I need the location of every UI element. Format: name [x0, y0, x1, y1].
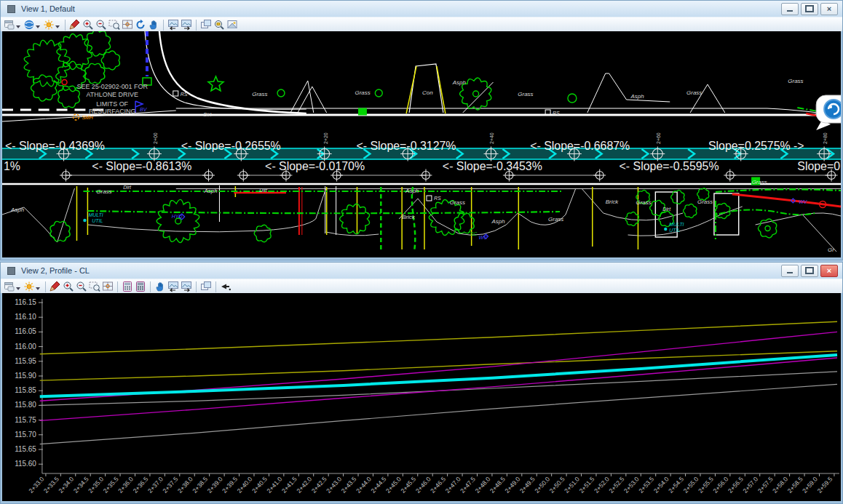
x-tick-label: 2+45.5 — [399, 475, 417, 494]
chevron-down-icon[interactable] — [36, 25, 40, 28]
plan-label: Asph — [405, 188, 419, 194]
slope-annotation: 1% — [4, 160, 20, 172]
fit-view-button[interactable] — [121, 19, 134, 31]
profile-grid-settings-button[interactable] — [134, 281, 147, 293]
view-next-button[interactable] — [180, 281, 193, 293]
pan-view-button[interactable] — [154, 281, 167, 293]
pan-icon — [148, 19, 159, 31]
view2-titlebar[interactable]: View 2, Profile - CL × — [1, 263, 842, 279]
plan-label: Grass — [548, 216, 563, 223]
profile-grid-display-button[interactable] — [121, 281, 134, 293]
x-tick-label: 2+48.0 — [473, 475, 491, 494]
x-tick-label: 2+50.0 — [533, 475, 551, 494]
chevron-down-icon[interactable] — [55, 25, 60, 28]
window-area-button[interactable] — [88, 281, 101, 293]
view-display-mode-button[interactable] — [3, 19, 23, 31]
slope-annotation: <- Slope=-0.3127% — [356, 140, 456, 152]
view1-title: View 1, Default — [21, 4, 781, 13]
update-view-button[interactable] — [49, 281, 62, 293]
toolbar-separator — [163, 20, 164, 31]
chevron-down-icon[interactable] — [16, 287, 20, 290]
window-icon — [4, 281, 15, 292]
x-tick-label: 2+48.5 — [488, 475, 507, 494]
zoom-out-icon — [76, 281, 87, 292]
globe-icon — [23, 19, 35, 31]
view-next-button[interactable] — [180, 19, 193, 31]
minimize-button[interactable] — [781, 3, 799, 15]
x-tick-label: 2+54.0 — [652, 475, 670, 494]
update-view-button[interactable] — [68, 19, 82, 31]
zoom-out-button[interactable] — [75, 281, 88, 293]
fit-view-icon — [122, 19, 133, 31]
tree-symbols — [24, 31, 826, 243]
y-tick-label: 116.15 — [15, 298, 36, 306]
rotate-icon — [135, 19, 146, 31]
maximize-button[interactable] — [801, 265, 818, 277]
profile-chart[interactable]: 116.15116.10116.05116.00115.95115.90115.… — [2, 293, 841, 501]
calculator-icon — [122, 281, 133, 292]
connect-advisor-icon[interactable] — [816, 95, 841, 130]
zoom-in-button[interactable] — [82, 19, 95, 31]
fit-view-icon — [102, 281, 114, 292]
plan-view-drawing[interactable]: SEE 25-02902-001 FORATHLONE DRIVELIMITS … — [2, 31, 841, 257]
view1-titlebar[interactable]: View 1, Default × — [1, 1, 842, 17]
plan-label: Grass — [686, 89, 702, 96]
recenter-pointer-button[interactable] — [219, 281, 232, 293]
cyan-utility-dots — [83, 219, 667, 231]
x-tick-label: 2+39.0 — [206, 475, 224, 494]
slope-annotation: <- Slope=-0.6687% — [530, 140, 630, 152]
view-previous-button[interactable] — [167, 19, 180, 31]
adjust-view-brightness-button[interactable] — [42, 19, 62, 31]
presentation-button[interactable] — [23, 19, 42, 31]
chevron-down-icon[interactable] — [36, 287, 40, 290]
fit-view-button[interactable] — [101, 281, 114, 293]
y-tick-label: 116.10 — [15, 313, 36, 321]
plan-label: SMH — [82, 115, 93, 120]
slope-annotation: <- Slope=-0.3453% — [443, 160, 542, 172]
copy-view-button[interactable] — [199, 281, 213, 293]
view2-title: View 2, Profile - CL — [21, 266, 781, 275]
close-button[interactable]: × — [820, 3, 838, 15]
rotate-view-button[interactable] — [134, 19, 147, 31]
chevron-down-icon[interactable] — [16, 25, 20, 28]
plan-label: Brick — [606, 199, 620, 205]
brush-icon — [69, 19, 81, 31]
window-area-icon — [89, 281, 100, 292]
x-tick-label: 2+58.0 — [771, 475, 789, 494]
close-button[interactable]: × — [820, 265, 838, 277]
view-display-mode-button[interactable] — [3, 281, 23, 293]
plan-label: MULTI — [88, 212, 103, 217]
copy-view-button[interactable] — [199, 19, 213, 31]
window-icon — [4, 19, 15, 31]
station-label: 2+80 — [823, 132, 828, 144]
zoom-in-button[interactable] — [62, 281, 75, 293]
x-tick-label: 2+57.5 — [756, 475, 775, 494]
x-tick-label: 2+59.5 — [815, 475, 834, 494]
window-area-button[interactable] — [108, 19, 121, 31]
window-icon — [7, 5, 15, 13]
pan-view-button[interactable] — [147, 19, 160, 31]
maximize-button[interactable] — [801, 3, 818, 15]
view-next-icon — [181, 281, 192, 292]
minimize-button[interactable] — [781, 265, 799, 277]
x-tick-label: 2+33.0 — [27, 475, 45, 494]
plan-label: Grass — [252, 91, 267, 97]
view-previous-button[interactable] — [167, 281, 180, 293]
toolbar-separator — [196, 281, 197, 292]
window-area-icon — [108, 19, 120, 31]
plan-label: SEE 25-02902-001 FOR — [76, 83, 148, 90]
plan-label: RESURFACING — [89, 108, 136, 115]
zoom-in-icon — [63, 281, 74, 292]
plan-label: Grass — [788, 78, 803, 84]
plan-label: RS — [181, 92, 188, 97]
plan-label: Asph — [491, 218, 506, 225]
clip-mask-button[interactable] — [226, 19, 239, 31]
adjust-view-brightness-button[interactable] — [23, 281, 42, 293]
clip-volume-button[interactable] — [213, 19, 226, 31]
terrain-break-lines — [2, 188, 841, 252]
zoom-out-button[interactable] — [95, 19, 108, 31]
x-tick-label: 2+47.0 — [444, 475, 462, 494]
plan-label: ATHLONE DRIVE — [87, 91, 138, 98]
series-gutter-lower-magenta — [40, 358, 837, 420]
copy-view-icon — [200, 281, 212, 292]
